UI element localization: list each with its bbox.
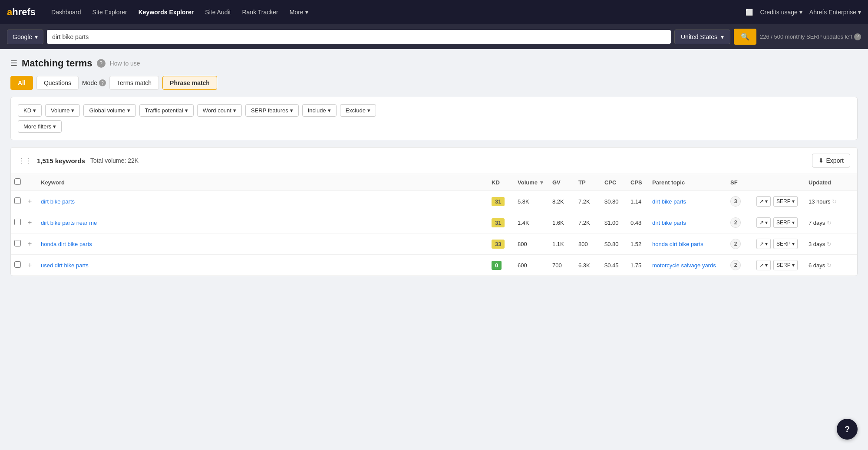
row-actions: ↗ ▾ SERP ▾ (756, 239, 802, 249)
trend-select[interactable]: ↗ ▾ (756, 196, 771, 207)
search-button[interactable]: 🔍 (734, 29, 756, 45)
more-filters-button[interactable]: More filters ▾ (18, 120, 62, 133)
keyword-link[interactable]: honda dirt bike parts (41, 241, 92, 247)
serp-select[interactable]: SERP ▾ (773, 217, 798, 228)
keyword-link[interactable]: dirt bike parts near me (41, 220, 97, 226)
search-bar: Google ▾ United States ▾ 🔍 226 / 500 mon… (0, 24, 868, 49)
filter-kd[interactable]: KD ▾ (18, 104, 42, 117)
col-cpc: CPC (601, 174, 627, 191)
trend-select[interactable]: ↗ ▾ (756, 217, 771, 228)
chevron-down-icon: ▾ (765, 220, 768, 226)
row-checkbox[interactable] (14, 197, 21, 204)
tab-terms-match[interactable]: Terms match (109, 76, 159, 90)
how-to-use-link[interactable]: How to use (110, 60, 140, 67)
filters-row: KD ▾ Volume ▾ Global volume ▾ Traffic po… (18, 104, 850, 117)
nav-site-explorer[interactable]: Site Explorer (87, 5, 132, 19)
col-tp: TP (575, 174, 601, 191)
keyword-link[interactable]: used dirt bike parts (41, 262, 89, 269)
parent-topic-link[interactable]: dirt bike parts (652, 198, 686, 205)
cpc-cell: $0.80 (601, 233, 627, 255)
gv-cell: 8.2K (549, 191, 575, 212)
tab-phrase-match[interactable]: Phrase match (162, 76, 217, 90)
monitor-icon[interactable]: ⬜ (746, 9, 753, 16)
parent-topic-link[interactable]: honda dirt bike parts (652, 241, 703, 247)
col-gv: GV (549, 174, 575, 191)
help-icon[interactable]: ? (97, 59, 106, 68)
hamburger-icon[interactable]: ☰ (10, 59, 17, 68)
search-icon: 🔍 (741, 33, 749, 41)
search-engine-select[interactable]: Google ▾ (7, 30, 43, 44)
filter-include[interactable]: Include ▾ (302, 104, 337, 117)
filter-serp-features[interactable]: SERP features ▾ (245, 104, 299, 117)
trend-icon: ↗ (759, 262, 764, 268)
nav-right: ⬜ Credits usage ▾ Ahrefs Enterprise ▾ (746, 9, 861, 16)
keyword-link[interactable]: dirt bike parts (41, 198, 75, 205)
cps-cell: 0.48 (627, 212, 649, 233)
chevron-down-icon: ▾ (33, 107, 36, 114)
search-input[interactable] (52, 33, 666, 40)
cps-cell: 1.14 (627, 191, 649, 212)
add-keyword-button[interactable]: + (28, 261, 32, 269)
chevron-down-icon: ▾ (792, 220, 795, 226)
col-actions (753, 174, 805, 191)
col-volume[interactable]: Volume ▾ (514, 174, 549, 191)
serp-select[interactable]: SERP ▾ (773, 196, 798, 207)
nav-site-audit[interactable]: Site Audit (200, 5, 236, 19)
sf-badge: 2 (730, 217, 741, 228)
refresh-button[interactable]: ↻ (827, 241, 832, 247)
help-icon[interactable]: ? (854, 33, 861, 40)
main-content: ☰ Matching terms ? How to use All Questi… (0, 49, 868, 285)
trend-select[interactable]: ↗ ▾ (756, 260, 771, 270)
volume-cell: 1.4K (514, 212, 549, 233)
logo[interactable]: aahrefshrefs (7, 7, 36, 18)
serp-select[interactable]: SERP ▾ (773, 239, 798, 249)
table-row: + used dirt bike parts 0 600 700 6.3K $0… (11, 255, 857, 276)
kd-badge: 31 (492, 197, 505, 206)
row-checkbox[interactable] (14, 240, 21, 246)
row-checkbox[interactable] (14, 261, 21, 268)
nav-more[interactable]: More ▾ (284, 5, 314, 19)
mode-help-icon[interactable]: ? (99, 79, 106, 86)
chevron-down-icon: ▾ (35, 33, 38, 40)
tab-all[interactable]: All (10, 76, 33, 90)
add-keyword-button[interactable]: + (28, 240, 32, 247)
nav-dashboard[interactable]: Dashboard (46, 5, 86, 19)
trend-select[interactable]: ↗ ▾ (756, 239, 771, 249)
filter-global-volume[interactable]: Global volume ▾ (83, 104, 135, 117)
updated-cell: 13 hours ↻ (805, 191, 857, 212)
export-button[interactable]: ⬇ Export (812, 154, 850, 168)
tab-questions[interactable]: Questions (36, 76, 79, 90)
add-keyword-button[interactable]: + (28, 197, 32, 205)
country-select[interactable]: United States ▾ (674, 30, 730, 44)
more-filters-row: More filters ▾ (18, 120, 850, 133)
kd-badge: 31 (492, 218, 505, 227)
chevron-down-icon: ▾ (799, 9, 802, 16)
filter-volume[interactable]: Volume ▾ (45, 104, 80, 117)
refresh-button[interactable]: ↻ (832, 198, 837, 205)
add-keyword-button[interactable]: + (28, 219, 32, 226)
parent-topic-link[interactable]: dirt bike parts (652, 220, 686, 226)
cps-cell: 1.52 (627, 233, 649, 255)
chevron-down-icon: ▾ (127, 107, 130, 114)
nav-links: Dashboard Site Explorer Keywords Explore… (46, 5, 746, 19)
credits-usage-button[interactable]: Credits usage ▾ (760, 9, 802, 16)
select-all-checkbox[interactable] (14, 178, 21, 185)
row-checkbox[interactable] (14, 219, 21, 225)
nav-keywords-explorer[interactable]: Keywords Explorer (133, 5, 199, 19)
volume-cell: 5.8K (514, 191, 549, 212)
filter-traffic-potential[interactable]: Traffic potential ▾ (139, 104, 194, 117)
table-row: + dirt bike parts 31 5.8K 8.2K 7.2K $0.8… (11, 191, 857, 212)
gv-cell: 700 (549, 255, 575, 276)
parent-topic-link[interactable]: motorcycle salvage yards (652, 262, 716, 269)
updated-cell: 7 days ↻ (805, 212, 857, 233)
serp-select[interactable]: SERP ▾ (773, 260, 798, 270)
enterprise-button[interactable]: Ahrefs Enterprise ▾ (809, 9, 861, 16)
refresh-button[interactable]: ↻ (827, 220, 832, 226)
filter-word-count[interactable]: Word count ▾ (197, 104, 242, 117)
gv-cell: 1.6K (549, 212, 575, 233)
refresh-button[interactable]: ↻ (827, 262, 832, 269)
filter-exclude[interactable]: Exclude ▾ (340, 104, 376, 117)
nav-rank-tracker[interactable]: Rank Tracker (237, 5, 283, 19)
chevron-down-icon: ▾ (71, 107, 74, 114)
sf-badge: 2 (730, 239, 741, 249)
